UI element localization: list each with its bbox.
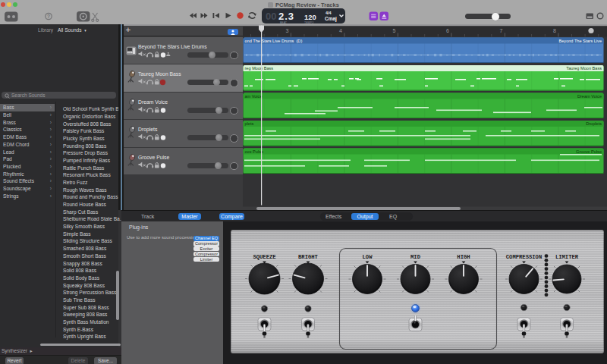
svg-text:5: 5 <box>392 28 395 33</box>
svg-text:Groove Pulse: Groove Pulse <box>576 149 602 154</box>
svg-text:LIMITER: LIMITER <box>555 254 579 260</box>
svg-text:3: 3 <box>285 28 288 33</box>
svg-text:?: ? <box>47 14 50 19</box>
svg-text:LOW: LOW <box>363 254 373 260</box>
svg-text:Droplets: Droplets <box>586 121 602 126</box>
svg-text:4: 4 <box>339 28 342 33</box>
svg-text:COMPRESSION: COMPRESSION <box>506 254 542 260</box>
svg-text:8: 8 <box>553 28 556 33</box>
svg-text:reg Moon Bass: reg Moon Bass <box>245 66 274 71</box>
svg-text:ove Pulse: ove Pulse <box>245 149 264 154</box>
svg-text:BRIGHT: BRIGHT <box>298 254 319 260</box>
svg-text:Taureg Moon Bass: Taureg Moon Bass <box>566 66 602 71</box>
svg-text:HIGH: HIGH <box>457 254 470 260</box>
svg-text:Beyond The Stars Live: Beyond The Stars Live <box>559 39 602 43</box>
svg-text:ond The Stars Live Drums (D): ond The Stars Live Drums (D) <box>245 39 303 43</box>
svg-text:SQUEEZE: SQUEEZE <box>253 254 276 260</box>
svg-text:6: 6 <box>446 28 449 33</box>
svg-text:am Voice: am Voice <box>245 94 263 99</box>
svg-text:7: 7 <box>499 28 502 33</box>
svg-text:MID: MID <box>410 254 421 260</box>
svg-text:plets: plets <box>245 121 254 126</box>
svg-text:Dream Voice: Dream Voice <box>577 94 602 99</box>
